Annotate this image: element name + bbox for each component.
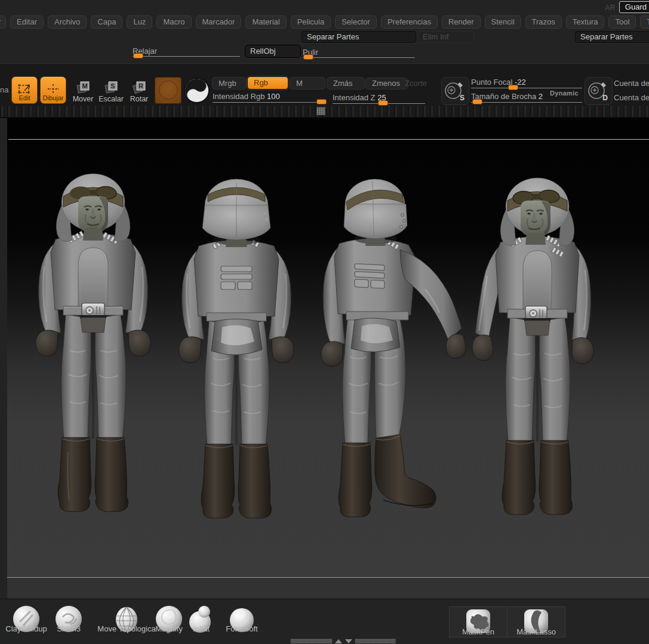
zmenos-button[interactable]: Zmenos [365,78,408,90]
move-icon: M [76,81,90,95]
brush-maskpen[interactable]: MaskPen [449,606,507,637]
figure-front-three-quarter [470,174,607,523]
separar-partes-button-left[interactable]: Separar Partes [302,31,416,43]
mrgb-button[interactable]: Mrgb [212,77,247,90]
escalar-label: Escalar [99,95,124,103]
figure-back-three-quarter [313,178,470,526]
intensidad-rgb-value: 100 [267,92,280,101]
canvas-top-line [8,139,649,140]
menu-item-partial[interactable]: r [0,16,6,29]
menu-item-archivo[interactable]: Archivo [48,16,87,29]
main-toolbar: na Edit Dibujar M Mover [0,63,649,106]
material-sphere-button[interactable] [183,77,210,104]
mover-button[interactable]: M Mover [69,78,97,103]
dynamic-toggle[interactable]: Dynamic [550,90,579,97]
relajar-handle[interactable] [133,53,143,58]
dots-stroke-button[interactable]: D [585,77,613,105]
elim-inf-button: Elim Inf [417,31,474,43]
menu-item-render[interactable]: Render [442,16,481,29]
divider-dots-left [291,639,332,643]
menu-item-editar[interactable]: Editar [10,16,44,29]
mover-label: Mover [73,95,94,103]
divider-dots-right [355,639,396,643]
dots-letter: D [602,94,608,102]
intensidad-rgb-slider[interactable]: Intensidad Rgb 100 [213,91,326,103]
toolbar-scroll-handle[interactable] [316,107,325,115]
svg-text:M: M [82,82,87,90]
edit-marquee-icon [17,84,32,94]
menu-item-luz[interactable]: Luz [127,16,152,29]
dibujar-button[interactable]: Dibujar [40,76,66,104]
draw-crosshair-icon [47,84,60,94]
punto-focal-handle[interactable] [508,85,518,90]
edit-button[interactable]: Edit [11,76,38,104]
relajar-slider[interactable]: Relajar [133,45,240,57]
edit-label: Edit [19,94,30,101]
menu-item-textura[interactable]: Textura [566,16,605,29]
zmas-button[interactable]: Zmás [327,77,365,90]
divider-down-arrow-icon[interactable] [345,639,352,643]
guardar-button[interactable]: Guard [619,1,649,13]
intensidad-rgb-track [213,102,326,103]
stroke-letter: S [460,94,465,102]
menu-bar: r Editar Archivo Capa Luz Macro Marcador… [0,16,649,29]
figure-front-left [23,171,164,520]
intensidad-z-label: Intensidad Z [333,93,376,102]
brocha-handle[interactable] [472,99,482,104]
rellobj-button[interactable]: RellObj [245,45,301,58]
menu-item-preferencias[interactable]: Preferencias [381,16,438,29]
brush-formsoft[interactable]: FormSoft [217,599,267,637]
menu-item-tool[interactable]: Tool [608,16,636,29]
brush-claybuildup[interactable]: ClayBuildup [2,599,50,637]
brocha-value: 2 [539,92,543,101]
svg-text:R: R [139,82,143,90]
intensidad-z-slider[interactable]: Intensidad Z 25 [333,92,425,104]
canvas-bottom-strip [7,577,649,599]
intensidad-rgb-handle[interactable] [316,99,327,104]
relajar-track [133,56,240,57]
current-brush-swatch[interactable] [155,77,182,104]
separar-partes-button-right[interactable]: Separar Partes [575,31,649,43]
rotate-icon: R [132,81,146,95]
brush-slash3[interactable]: Slash3 [46,599,91,637]
sub-toolbar: Separar Partes Elim Inf Separar Partes R… [0,30,649,63]
punto-focal-slider[interactable]: Punto Focal -22 [471,76,582,88]
brush-masklasso[interactable]: MaskLasso [507,606,565,637]
cuenta-de-label-bottom: Cuenta de [614,93,649,102]
tray-resize-divider[interactable] [291,638,396,644]
dibujar-label: Dibujar [43,94,64,101]
pulir-slider[interactable]: Pulir [303,47,415,58]
menu-item-macro[interactable]: Macro [156,16,191,29]
svg-text:S: S [110,82,115,90]
punto-focal-track [471,88,582,88]
intensidad-z-handle[interactable] [378,100,388,106]
brush-tray: ClayBuildup Slash3 Move Topologica [0,599,649,644]
toolbar-scroll-strip[interactable] [0,106,649,118]
ar-indicator: AR [605,4,616,12]
rgb-button[interactable]: Rgb [247,76,288,90]
sculpt-canvas[interactable] [7,118,649,599]
stroke-type-button[interactable]: S [441,77,469,105]
menu-item-selector[interactable]: Selector [335,16,377,29]
zcorte-button-disabled: Zcorte [405,79,427,88]
menu-item-capa[interactable]: Capa [91,16,122,29]
zbrush-window: AR Guard r Editar Archivo Capa Luz Macro… [0,0,649,644]
brocha-track [471,102,582,103]
intensidad-rgb-label: Intensidad Rgb [213,92,264,101]
rotar-label: Rotar [130,95,149,103]
m-button[interactable]: M [290,77,325,90]
punto-focal-label: Punto Focal [471,78,512,87]
menu-item-pelicula[interactable]: Pelicula [291,16,331,29]
pulir-handle[interactable] [303,54,313,60]
escalar-button[interactable]: S Escalar [97,78,125,103]
figure-back [166,178,307,526]
scale-icon: S [104,81,118,95]
divider-up-arrow-icon[interactable] [335,639,342,643]
menu-item-trazos[interactable]: Trazos [525,16,562,29]
cuenta-de-label-top: Cuenta de [614,79,649,88]
rotar-button[interactable]: R Rotar [125,78,153,103]
menu-item-marcador[interactable]: Marcador [196,16,242,29]
menu-item-material[interactable]: Material [245,16,286,29]
menu-item-stencil[interactable]: Stencil [485,16,521,29]
menu-item-transformar[interactable]: Transformar [640,16,649,29]
